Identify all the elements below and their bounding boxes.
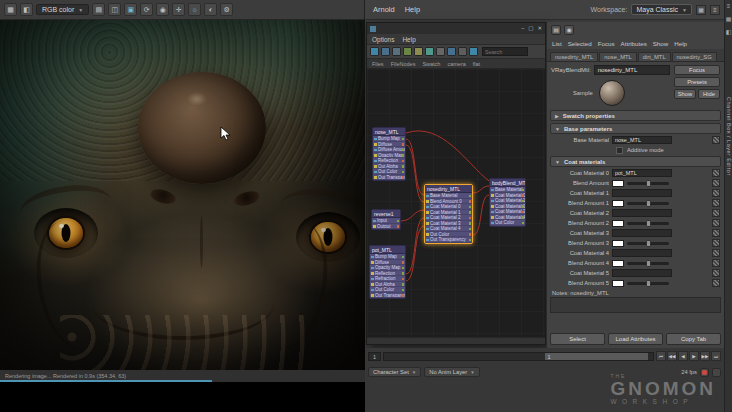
slider-handle[interactable] (646, 260, 651, 267)
select-button[interactable]: Select (550, 333, 605, 345)
toolbar-icon[interactable]: ◫ (108, 3, 121, 16)
range-start-field[interactable]: 1 (368, 352, 381, 361)
sidebar-tab-channel-box[interactable]: Channel Box / Layer Editor (726, 97, 732, 227)
anim-layer-selector[interactable]: No Anim Layer ▼ (424, 367, 480, 377)
hypershade-tab[interactable]: flat (473, 61, 480, 67)
menu-item[interactable]: Options (372, 36, 394, 43)
texture-map-button[interactable] (712, 136, 720, 144)
slider-handle[interactable] (646, 180, 651, 187)
toolbar-icon[interactable]: ◧ (20, 3, 33, 16)
menu-item[interactable]: Help (402, 36, 415, 43)
minimize-button[interactable]: – (521, 26, 524, 32)
menu-item[interactable]: Show (653, 40, 668, 47)
hypershade-tab[interactable]: Files (372, 61, 384, 67)
material-field[interactable] (612, 189, 672, 197)
material-field[interactable] (612, 209, 672, 217)
texture-map-button[interactable] (712, 179, 720, 187)
window-titlebar[interactable]: – ▢ ✕ (367, 23, 545, 34)
material-field[interactable] (612, 269, 672, 277)
color-swatch[interactable] (612, 220, 624, 227)
panel-layout-icon[interactable]: ▦ (696, 5, 706, 15)
blend-amount-slider[interactable] (627, 282, 669, 285)
color-swatch[interactable] (612, 200, 624, 207)
shader-node-pot-mtl[interactable]: pot_MTL Bump MapDiffuseOpacity MapReflec… (369, 245, 406, 299)
playback-button[interactable]: ⏭ (711, 351, 721, 361)
slider-handle[interactable] (646, 280, 651, 287)
workspace-selector[interactable]: Maya Classic ▼ (631, 4, 692, 15)
menu-item[interactable]: Help (674, 40, 687, 47)
toolbar-icon[interactable]: ▤ (92, 3, 105, 16)
maximize-button[interactable]: ▢ (528, 26, 533, 32)
texture-map-button[interactable] (712, 259, 720, 267)
attribute-editor-tab[interactable]: nosedirty_MTL (550, 52, 598, 61)
toolbar-icon[interactable]: ⟳ (140, 3, 153, 16)
toolbar-icon[interactable]: ⚙ (220, 3, 233, 16)
copy-tab-button[interactable]: Copy Tab (666, 333, 721, 345)
playback-button[interactable]: ◀ (678, 351, 688, 361)
presets-button[interactable]: Presets (674, 77, 720, 87)
hide-button[interactable]: Hide (698, 89, 720, 99)
menu-icon[interactable]: ≡ (727, 3, 731, 9)
toolbar-icon[interactable] (436, 47, 445, 56)
blend-amount-slider[interactable] (627, 262, 669, 265)
focus-button[interactable]: Focus (674, 65, 720, 75)
toolbar-icon[interactable] (381, 47, 390, 56)
texture-map-button[interactable] (712, 169, 720, 177)
node-name-field[interactable]: nosedirty_MTL (594, 65, 670, 75)
slider-handle[interactable] (646, 240, 651, 247)
playback-button[interactable]: ▶ (689, 351, 699, 361)
blend-amount-slider[interactable] (627, 182, 669, 185)
shader-node-bodyblend-mtl[interactable]: bodyBlend_MTL Base MaterialCoat Material… (489, 178, 526, 227)
menu-item[interactable]: Help (405, 5, 420, 14)
close-button[interactable]: ✕ (537, 26, 542, 32)
attribute-editor-tab[interactable]: dirt_MTL (638, 52, 671, 61)
node-attribute-row[interactable]: Out Transparency (425, 237, 472, 243)
texture-map-button[interactable] (712, 199, 720, 207)
color-swatch[interactable] (612, 260, 624, 267)
material-field[interactable]: pot_MTL (612, 169, 672, 177)
additive-mode-checkbox[interactable] (616, 147, 623, 154)
base-material-field[interactable]: nose_MTL (612, 136, 672, 144)
section-header-base-parameters[interactable]: ▼ Base parameters (550, 123, 721, 134)
playback-button[interactable]: ▶▶ (700, 351, 710, 361)
shader-node-reverse[interactable]: reverse1 InputOutput (371, 209, 401, 230)
display-channel-selector[interactable]: RGB color ▼ (36, 4, 89, 15)
attribute-editor-tab[interactable]: nose_MTL (599, 52, 636, 61)
toolbar-icon[interactable]: ◐ (204, 3, 217, 16)
blend-amount-slider[interactable] (627, 202, 669, 205)
show-button[interactable]: Show (674, 89, 696, 99)
hypershade-tab[interactable]: camera (447, 61, 465, 67)
shader-node-nosedirty-mtl[interactable]: nosedirty_MTL Base MaterialBlend Amount … (424, 184, 473, 244)
toolbar-icon[interactable]: ▣ (124, 3, 137, 16)
texture-map-button[interactable] (712, 189, 720, 197)
panel-icon[interactable]: ◧ (726, 29, 732, 35)
attribute-editor-tab[interactable]: nosedirty_SG (672, 52, 717, 61)
range-slider-track[interactable]: 1 (383, 352, 654, 361)
hypershade-tab[interactable]: Swatch (422, 61, 440, 67)
toolbar-icon[interactable] (425, 47, 434, 56)
blend-amount-slider[interactable] (627, 242, 669, 245)
toolbar-icon[interactable] (458, 47, 467, 56)
color-swatch[interactable] (612, 180, 624, 187)
node-attribute-row[interactable]: Out Transparency (370, 293, 405, 299)
hypershade-tab[interactable]: FileNodes (391, 61, 416, 67)
playback-button[interactable]: ◀◀ (667, 351, 677, 361)
slider-handle[interactable] (646, 220, 651, 227)
section-header-swatch-properties[interactable]: ▶ Swatch properties (550, 110, 721, 121)
material-swatch[interactable] (599, 80, 625, 106)
texture-map-button[interactable] (712, 209, 720, 217)
texture-map-button[interactable] (712, 219, 720, 227)
color-swatch[interactable] (612, 240, 624, 247)
menu-item[interactable]: Selected (568, 40, 592, 47)
toolbar-icon[interactable] (414, 47, 423, 56)
node-attribute-row[interactable]: Out Color (490, 220, 525, 226)
blend-amount-slider[interactable] (627, 222, 669, 225)
menu-icon[interactable]: ≡ (710, 5, 720, 15)
material-field[interactable] (612, 249, 672, 257)
toolbar-icon[interactable]: ▦ (4, 3, 17, 16)
toolbar-icon[interactable]: ☼ (188, 3, 201, 16)
character-set-selector[interactable]: Character Set ▼ (368, 367, 421, 377)
search-input[interactable] (482, 47, 528, 56)
load-attributes-button[interactable]: Load Attributes (608, 333, 663, 345)
panel-icon[interactable]: ▦ (726, 16, 732, 22)
